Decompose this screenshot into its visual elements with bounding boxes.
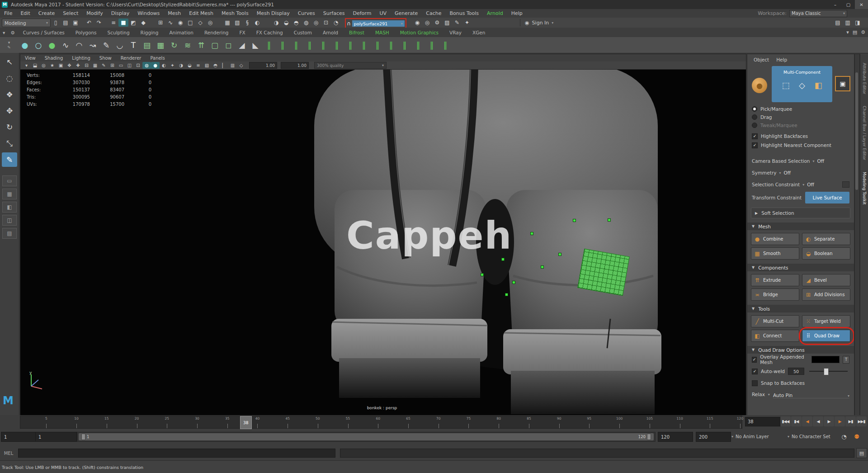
paint-effects-icon[interactable]: ✎ (452, 19, 462, 27)
modeling-icon-5[interactable]: ◎ (311, 19, 321, 27)
modeling-icon-2[interactable]: ◒ (281, 19, 291, 27)
menu-item[interactable]: Mesh Tools (217, 10, 253, 16)
bevel-icon[interactable]: ◢ (235, 38, 249, 52)
render-icon[interactable]: ◉ (412, 19, 422, 27)
animation-preferences-icon[interactable]: ◔ (839, 431, 849, 441)
quad-draw-vertex-dot[interactable] (541, 266, 543, 268)
textured-icon[interactable]: ◐ (160, 62, 168, 69)
play-backwards-button[interactable]: ◀ (813, 416, 823, 426)
screen-ao-icon[interactable]: ◒ (185, 62, 194, 69)
menu-set-dropdown[interactable]: Modeling ▾ (2, 19, 51, 27)
toolkit-menu-item[interactable]: Object (751, 57, 772, 62)
viewport-menu-item[interactable]: Show (95, 56, 116, 61)
planar-icon[interactable]: ▦ (154, 38, 167, 52)
xray-icon[interactable]: ⊟ (82, 62, 91, 69)
bezier-curve-icon[interactable]: ↝ (86, 38, 99, 52)
menu-item[interactable]: Help (507, 10, 527, 16)
surface-op-icon-10[interactable]: ‖ (384, 38, 398, 52)
lock-camera-icon[interactable]: ⬓ (31, 62, 39, 69)
menu-item[interactable]: Cache (422, 10, 445, 16)
menu-item[interactable]: Select (59, 10, 82, 16)
tk-button-multi-cut[interactable]: ╱Multi-Cut (751, 315, 799, 327)
shelf-editor-icon[interactable]: ▾ (846, 29, 849, 35)
shelf-hide-icon[interactable]: ▤ (853, 29, 857, 35)
boundary-icon[interactable]: ▢ (208, 38, 222, 52)
surface-op-icon-4[interactable]: ‖ (303, 38, 316, 52)
highlight-selection-icon[interactable]: ◐ (252, 19, 262, 27)
toolkit-menu-item[interactable]: Help (774, 57, 790, 62)
nurbs-oval-icon[interactable]: ● (45, 38, 59, 52)
shelf-tab[interactable]: Custom (288, 30, 317, 35)
surface-op-icon-11[interactable]: ‖ (398, 38, 411, 52)
image-plane-icon[interactable]: ▣ (57, 62, 65, 69)
new-scene-icon[interactable]: ▯ (51, 19, 61, 27)
motion-blur-icon[interactable]: ≡ (194, 62, 203, 69)
character-icon[interactable]: ⚉ (852, 431, 862, 441)
auto-weld-slider[interactable] (809, 371, 848, 372)
select-asset-icon[interactable]: ◆ (138, 19, 148, 27)
vertex-mode-button[interactable]: ⬚ (780, 79, 792, 91)
toolkit-dropdown-row[interactable]: Symmetry ▾ Off (747, 167, 854, 179)
viewport-quality-dropdown[interactable]: 300% quality ▾ (314, 62, 387, 69)
menu-item[interactable]: Mesh (164, 10, 185, 16)
scale-tool[interactable]: ⤡ (2, 136, 17, 151)
nurbs-circle-icon[interactable]: ○ (32, 38, 45, 52)
extrude-icon[interactable]: ⇈ (194, 38, 208, 52)
shelf-tab[interactable]: Rigging (135, 30, 164, 35)
menu-item[interactable]: Modify (82, 10, 107, 16)
pencil-curve-icon[interactable]: ✎ (99, 38, 113, 52)
surface-op-icon-2[interactable]: ‖ (276, 38, 289, 52)
surface-op-icon-13[interactable]: ‖ (425, 38, 439, 52)
snap-backfaces-row[interactable]: Snap to Backfaces (747, 377, 854, 389)
surface-op-icon-14[interactable]: ‖ (439, 38, 452, 52)
step-forward-button[interactable]: ▶▮ (845, 416, 856, 426)
snap-center-icon[interactable]: ◎ (205, 19, 215, 27)
nurbs-sphere-icon[interactable]: ● (18, 38, 32, 52)
grid-toggle-icon[interactable]: ⊞ (108, 62, 117, 69)
lights-icon[interactable]: ✦ (168, 62, 177, 69)
film-gate-icon[interactable]: ▭ (117, 62, 125, 69)
save-scene-icon[interactable]: ▣ (71, 19, 80, 27)
gamma-field[interactable]: 1.00 (281, 62, 309, 69)
shelf-gear-icon[interactable]: ⚙ (8, 30, 17, 35)
section-tools[interactable]: ▼Tools (747, 305, 854, 312)
toggle-channel-box-icon[interactable]: ▤ (833, 19, 843, 27)
text-tool-icon[interactable]: T (127, 38, 140, 52)
snap-curve-icon[interactable]: ∿ (165, 19, 175, 27)
shelf-menu-icon[interactable]: ▾ (0, 30, 8, 35)
menu-item[interactable]: Mesh Display (253, 10, 294, 16)
anim-layer-dropdown[interactable]: ▾ No Anim Layer (731, 432, 769, 441)
shelf-tab[interactable]: VRay (444, 30, 467, 35)
surface-op-icon-12[interactable]: ‖ (411, 38, 425, 52)
surface-op-icon-9[interactable]: ‖ (371, 38, 384, 52)
shelf-tab[interactable]: Animation (164, 30, 199, 35)
history-input-icon[interactable]: ▦ (222, 19, 232, 27)
animation-end-field[interactable]: 200 (696, 432, 731, 442)
playback-end-field[interactable]: 120 (658, 432, 693, 442)
section-mesh[interactable]: ▼Mesh (747, 222, 854, 230)
camera-attrs-icon[interactable]: ◎ (39, 62, 48, 69)
overlay-color-swatch[interactable] (811, 356, 840, 363)
shelf-tab[interactable]: Rendering (199, 30, 234, 35)
sign-in-button[interactable]: Sign In (532, 20, 549, 26)
scrollbar-thumb[interactable] (855, 72, 858, 190)
open-scene-icon[interactable]: ▤ (61, 19, 71, 27)
menu-item[interactable]: Edit Mesh (185, 10, 217, 16)
render-settings-icon[interactable]: ⚙ (432, 19, 442, 27)
viewcube-icon[interactable]: ◇ (237, 62, 245, 69)
script-editor-icon[interactable]: ▤ (856, 448, 867, 458)
checkbox-row[interactable]: ✓ Highlight Backfaces (747, 132, 854, 141)
prev-key-button[interactable]: ◀ (802, 416, 812, 426)
depth-field-icon[interactable]: ◓ (211, 62, 220, 69)
loft-icon[interactable]: ▤ (140, 38, 154, 52)
chevron-down-icon[interactable]: ▾ (552, 21, 553, 25)
range-grip-right[interactable] (647, 434, 651, 440)
shelf-tab[interactable]: Bifrost (344, 30, 370, 35)
shelf-tab[interactable]: FX (234, 30, 251, 35)
menu-item[interactable]: Windows (133, 10, 164, 16)
shelf-edit-icon[interactable]: ✎ (7, 45, 11, 50)
tk-button-target-weld[interactable]: ⁙Target Weld (802, 315, 850, 327)
range-slider-track[interactable]: 1 120 (77, 432, 656, 442)
select-hierarchy-icon[interactable]: ≡ (108, 19, 118, 27)
exposure-field[interactable]: 1.00 (249, 62, 277, 69)
